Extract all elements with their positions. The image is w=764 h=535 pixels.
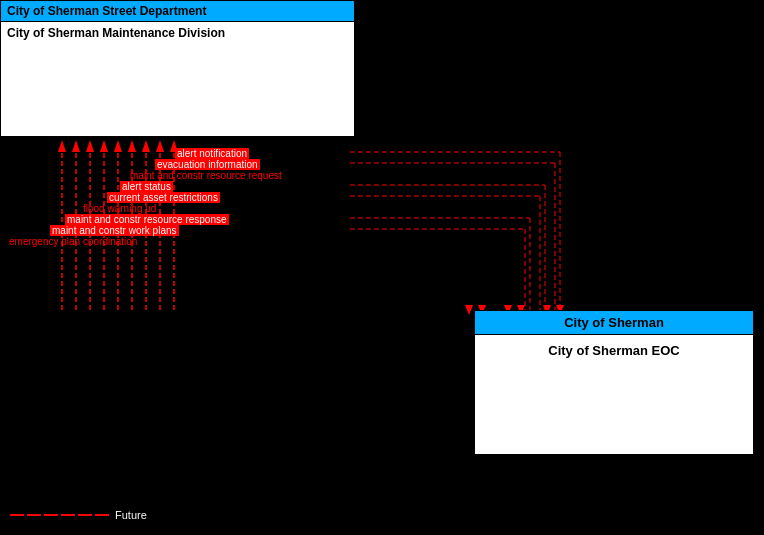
right-box-header: City of Sherman <box>474 310 754 335</box>
flow-emergency-plan: emergency plan coordination <box>9 236 137 247</box>
svg-marker-50 <box>452 305 460 315</box>
svg-marker-19 <box>142 140 150 152</box>
left-box: City of Sherman Street Department City o… <box>0 0 355 137</box>
flow-flood-warning: flood warning ud <box>83 203 156 214</box>
svg-marker-15 <box>114 140 122 152</box>
svg-marker-17 <box>128 140 136 152</box>
left-box-body: City of Sherman Maintenance Division <box>0 22 355 137</box>
svg-marker-7 <box>58 140 66 152</box>
svg-marker-13 <box>100 140 108 152</box>
svg-marker-5 <box>42 305 50 315</box>
flow-maint-resource-response: maint and constr resource response <box>65 214 229 225</box>
svg-marker-1 <box>14 305 22 315</box>
right-box-title: City of Sherman EOC <box>481 343 747 358</box>
legend-label: Future <box>115 509 147 521</box>
svg-marker-3 <box>28 305 36 315</box>
diagram-container: City of Sherman Street Department City o… <box>0 0 764 535</box>
flow-evacuation-information: evacuation information <box>155 159 260 170</box>
flow-maint-work-plans: maint and constr work plans <box>50 225 179 236</box>
right-box-body: City of Sherman EOC <box>474 335 754 455</box>
flow-alert-notification: alert notification <box>175 148 249 159</box>
legend: Future <box>10 509 147 521</box>
left-box-header: City of Sherman Street Department <box>0 0 355 22</box>
svg-marker-9 <box>72 140 80 152</box>
left-box-title: City of Sherman Maintenance Division <box>7 26 348 40</box>
flow-maint-resource-request: maint and constr resource request <box>130 170 282 181</box>
legend-dash-line <box>10 514 109 516</box>
flow-alert-status: alert status <box>120 181 173 192</box>
svg-marker-11 <box>86 140 94 152</box>
flow-current-asset-restrictions: current asset restrictions <box>107 192 220 203</box>
svg-marker-21 <box>156 140 164 152</box>
right-box: City of Sherman City of Sherman EOC <box>474 310 754 455</box>
svg-marker-49 <box>465 305 473 315</box>
